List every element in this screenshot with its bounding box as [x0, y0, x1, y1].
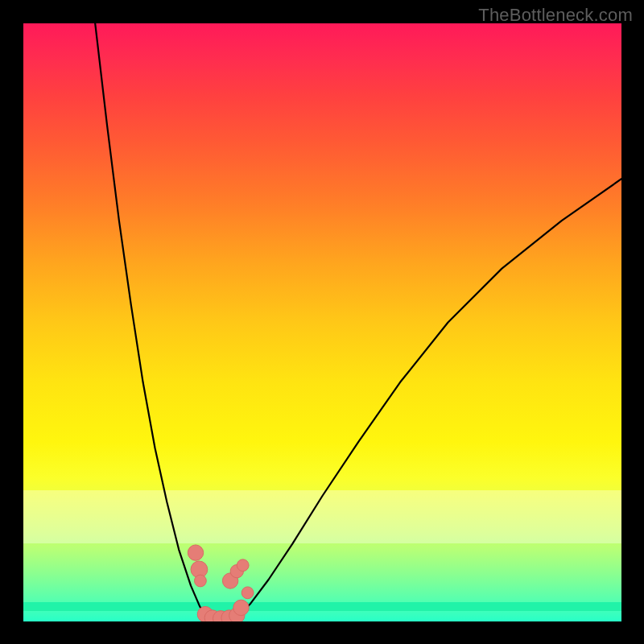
- plot-area: [23, 23, 621, 621]
- highlight-point: [188, 545, 203, 560]
- highlight-points-layer: [23, 23, 621, 621]
- highlight-point: [233, 600, 249, 615]
- highlight-point: [237, 559, 249, 572]
- highlight-point: [195, 575, 207, 587]
- chart-frame: TheBottleneck.com: [0, 0, 644, 644]
- highlight-points: [188, 545, 254, 621]
- highlight-point: [242, 587, 254, 599]
